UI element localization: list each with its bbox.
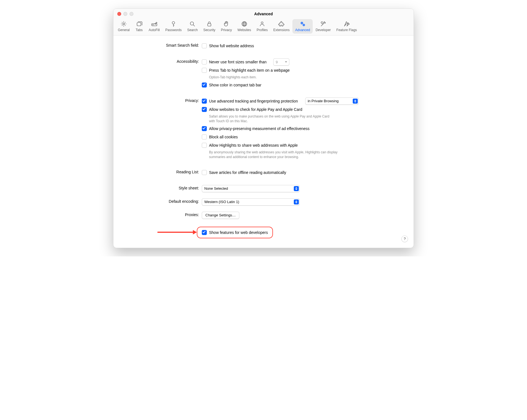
minimize-button[interactable] [123,12,127,16]
reading-list-label: Reading List: [121,169,202,174]
tracking-mode-select[interactable]: in Private Browsing [305,98,359,105]
tab-websites[interactable]: Websites [235,19,254,34]
change-settings-label: Change Settings… [205,213,236,217]
save-offline-checkbox[interactable] [202,170,207,175]
help-button[interactable]: ? [401,236,408,242]
highlights-checkbox[interactable] [202,143,207,148]
min-font-value: 9 [276,60,278,64]
svg-point-5 [172,22,175,24]
show-dev-features-checkbox[interactable] [202,230,207,235]
show-full-address-checkbox[interactable] [202,43,207,48]
apple-pay-hint: Safari allows you to make purchases on t… [209,114,331,124]
save-offline-label: Save articles for offline reading automa… [209,170,286,175]
tab-developer[interactable]: Developer [313,19,334,34]
key-icon [170,20,177,28]
smart-search-label: Smart Search field: [121,42,202,48]
globe-icon [240,20,248,28]
tab-autofill[interactable]: AutoFill [146,19,163,34]
min-font-checkbox[interactable] [202,59,207,64]
accessibility-label: Accessibility: [121,58,202,64]
highlight-arrow-icon [157,232,196,233]
tracking-checkbox[interactable] [202,99,207,104]
settings-content: Smart Search field: Show full website ad… [113,36,414,248]
tab-extensions[interactable]: Extensions [270,19,292,34]
apple-pay-label: Allow websites to check for Apple Pay an… [209,107,302,112]
tracking-mode-value: in Private Browsing [308,99,339,103]
maximize-button[interactable] [130,12,133,16]
svg-point-6 [190,22,194,25]
tab-security[interactable]: Security [200,19,218,34]
style-sheet-label: Style sheet: [121,185,202,190]
gear-icon [120,20,128,28]
tab-advanced[interactable]: Advanced [292,19,313,34]
svg-point-12 [303,24,304,26]
lock-icon [205,20,213,28]
svg-point-11 [301,22,302,24]
close-button[interactable] [117,12,121,16]
tab-label: Security [203,28,215,32]
person-icon [258,20,266,28]
tab-profiles[interactable]: Profiles [254,19,270,34]
tab-label: Profiles [257,28,268,32]
updown-icon [294,199,299,204]
ad-measure-label: Allow privacy-preserving measurement of … [209,126,310,131]
svg-rect-1 [137,22,141,26]
proxies-label: Proxies: [121,212,202,217]
default-encoding-label: Default encoding: [121,198,202,204]
press-tab-checkbox[interactable] [202,68,207,73]
style-sheet-value: None Selected [204,186,228,191]
apple-pay-checkbox[interactable] [202,107,207,112]
tab-label: Tabs [136,28,143,32]
tab-label: Passwords [165,28,182,32]
svg-rect-7 [208,24,211,26]
hand-icon [222,20,230,28]
svg-point-3 [152,24,153,25]
min-font-label: Never use font sizes smaller than [209,60,267,64]
tab-tabs[interactable]: Tabs [133,19,146,34]
wrench-screwdriver-icon [319,20,327,28]
updown-icon [294,186,299,191]
highlights-hint: By anonymously sharing the web addresses… [209,150,351,159]
window-stack-icon [135,20,143,28]
ad-measure-checkbox[interactable] [202,126,207,131]
show-color-compact-label: Show color in compact tab bar [209,83,261,87]
empty-label [121,227,202,228]
tab-label: Advanced [295,28,310,32]
block-cookies-checkbox[interactable] [202,134,207,139]
highlights-label: Allow Highlights to share web addresses … [209,143,298,148]
tab-label: Extensions [273,28,290,32]
puzzle-icon [278,20,285,28]
titlebar: Advanced [113,9,414,19]
show-color-compact-checkbox[interactable] [202,82,207,88]
preferences-toolbar: General Tabs AutoFill [113,19,414,36]
updown-icon [353,99,358,104]
style-sheet-select[interactable]: None Selected [202,185,300,192]
svg-point-4 [153,24,153,25]
double-gear-icon [299,20,307,28]
tab-privacy[interactable]: Privacy [218,19,235,34]
tab-label: Developer [315,28,331,32]
tab-general[interactable]: General [115,19,133,34]
svg-point-10 [261,22,263,24]
chevron-down-icon [284,59,289,64]
tab-passwords[interactable]: Passwords [163,19,185,34]
press-tab-label: Press Tab to highlight each item on a we… [209,68,290,72]
tracking-label: Use advanced tracking and fingerprinting… [209,99,298,103]
tab-label: Feature Flags [336,28,357,32]
block-cookies-label: Block all cookies [209,135,238,139]
tab-label: Websites [237,28,251,32]
tab-search[interactable]: Search [184,19,200,34]
privacy-label: Privacy: [121,98,202,103]
change-settings-button[interactable]: Change Settings… [202,212,239,219]
tab-label: General [118,28,130,32]
show-full-address-label: Show full website address [209,44,254,48]
default-encoding-select[interactable]: Western (ISO Latin 1) [202,198,300,206]
tab-label: AutoFill [149,28,160,32]
preferences-window: Advanced General Tabs [113,8,414,248]
min-font-select[interactable]: 9 [273,58,289,66]
flags-icon [343,20,350,28]
help-label: ? [404,237,406,241]
default-encoding-value: Western (ISO Latin 1) [204,200,239,204]
traffic-lights [117,12,133,16]
tab-feature-flags[interactable]: Feature Flags [334,19,360,34]
